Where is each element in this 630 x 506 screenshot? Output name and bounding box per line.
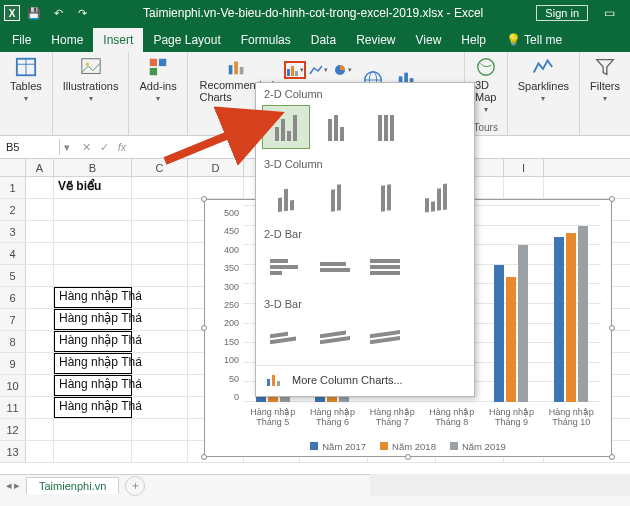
row-header[interactable]: 3 — [0, 221, 26, 242]
chart-2dcol-stacked[interactable] — [312, 105, 360, 149]
row-header[interactable]: 5 — [0, 265, 26, 286]
col-C[interactable]: C — [132, 159, 188, 176]
row-header[interactable]: 8 — [0, 331, 26, 352]
row-header[interactable]: 2 — [0, 199, 26, 220]
chart-3dcol-3d[interactable] — [412, 175, 460, 219]
name-box-dropdown-icon[interactable]: ▾ — [60, 141, 74, 154]
bar[interactable] — [518, 245, 528, 402]
bar-group[interactable] — [541, 208, 601, 402]
cell[interactable]: Hàng nhập Thá — [54, 375, 132, 396]
resize-handle[interactable] — [201, 325, 207, 331]
chart-3dcol-stacked[interactable] — [312, 175, 360, 219]
cell[interactable] — [54, 243, 132, 264]
tab-home[interactable]: Home — [41, 28, 93, 52]
cell[interactable] — [26, 177, 54, 198]
resize-handle[interactable] — [201, 196, 207, 202]
bar[interactable] — [506, 277, 516, 402]
cell[interactable] — [26, 309, 54, 330]
cell[interactable] — [132, 177, 188, 198]
bar[interactable] — [494, 265, 504, 402]
tab-view[interactable]: View — [406, 28, 452, 52]
chart-2dbar-stacked100[interactable] — [362, 245, 410, 289]
signin-button[interactable]: Sign in — [536, 5, 588, 21]
resize-handle[interactable] — [609, 325, 615, 331]
row-header[interactable]: 13 — [0, 441, 26, 462]
tab-insert[interactable]: Insert — [93, 28, 143, 52]
filters-button[interactable]: Filters▾ — [586, 55, 624, 104]
row-header[interactable]: 9 — [0, 353, 26, 374]
cell[interactable] — [132, 287, 188, 308]
tab-help[interactable]: Help — [451, 28, 496, 52]
legend-item[interactable]: Năm 2019 — [450, 441, 506, 452]
horizontal-scrollbar[interactable] — [370, 474, 630, 496]
cell[interactable] — [54, 441, 132, 462]
sheet-tab[interactable]: Taimienphi.vn — [26, 477, 119, 494]
col-B[interactable]: B — [54, 159, 132, 176]
cell[interactable] — [26, 265, 54, 286]
cell[interactable] — [54, 221, 132, 242]
cell[interactable]: Hàng nhập Thá — [54, 353, 132, 374]
resize-handle[interactable] — [609, 196, 615, 202]
cell[interactable]: Hàng nhập Thá — [54, 287, 132, 308]
cell[interactable] — [132, 243, 188, 264]
cell[interactable] — [132, 353, 188, 374]
cell[interactable] — [26, 397, 54, 418]
tab-tell-me[interactable]: 💡 Tell me — [496, 28, 572, 52]
illustrations-button[interactable]: Illustrations▾ — [59, 55, 123, 104]
sheet-nav-last-icon[interactable]: ▸ — [14, 479, 20, 492]
cell[interactable] — [132, 441, 188, 462]
cell[interactable] — [132, 265, 188, 286]
fx-icon[interactable]: fx — [114, 141, 130, 154]
cell[interactable] — [188, 177, 244, 198]
sparklines-button[interactable]: Sparklines▾ — [514, 55, 573, 104]
addins-button[interactable]: Add-ins▾ — [135, 55, 180, 104]
chart-2dcol-clustered[interactable] — [262, 105, 310, 149]
undo-icon[interactable]: ↶ — [48, 3, 68, 23]
cell[interactable] — [132, 221, 188, 242]
cell[interactable] — [132, 309, 188, 330]
chart-3dbar-stacked100[interactable] — [362, 315, 410, 359]
cell[interactable] — [54, 419, 132, 440]
tab-formulas[interactable]: Formulas — [231, 28, 301, 52]
cell[interactable] — [54, 265, 132, 286]
cell[interactable] — [504, 177, 544, 198]
col-I[interactable]: I — [504, 159, 544, 176]
tables-button[interactable]: Tables▾ — [6, 55, 46, 104]
insert-column-chart-button[interactable] — [284, 61, 306, 79]
row-header[interactable]: 10 — [0, 375, 26, 396]
enter-formula-icon[interactable]: ✓ — [96, 141, 112, 154]
new-sheet-button[interactable]: ＋ — [125, 476, 145, 496]
row-header[interactable]: 1 — [0, 177, 26, 198]
chart-2dbar-stacked[interactable] — [312, 245, 360, 289]
cell[interactable] — [26, 375, 54, 396]
cell[interactable] — [54, 199, 132, 220]
row-header[interactable]: 6 — [0, 287, 26, 308]
cell[interactable] — [26, 353, 54, 374]
ribbon-options-icon[interactable]: ▭ — [594, 0, 624, 26]
chart-3dbar-stacked[interactable] — [312, 315, 360, 359]
cell[interactable] — [26, 221, 54, 242]
cancel-formula-icon[interactable]: ✕ — [78, 141, 94, 154]
cell[interactable]: Hàng nhập Thá — [54, 397, 132, 418]
cell[interactable] — [132, 331, 188, 352]
resize-handle[interactable] — [609, 454, 615, 460]
row-header[interactable]: 12 — [0, 419, 26, 440]
row-header[interactable]: 4 — [0, 243, 26, 264]
sheet-nav-first-icon[interactable]: ◂ — [6, 479, 12, 492]
row-header[interactable]: 7 — [0, 309, 26, 330]
cell[interactable] — [132, 199, 188, 220]
bar[interactable] — [566, 233, 576, 402]
legend-item[interactable]: Năm 2018 — [380, 441, 436, 452]
chart-legend[interactable]: Năm 2017Năm 2018Năm 2019 — [205, 441, 611, 452]
insert-line-chart-button[interactable] — [308, 61, 330, 79]
insert-pie-chart-button[interactable] — [332, 61, 354, 79]
cell[interactable] — [26, 287, 54, 308]
cell[interactable] — [26, 199, 54, 220]
bar-group[interactable] — [482, 208, 542, 402]
cell[interactable]: Vẽ biểu — [54, 177, 132, 198]
cell[interactable] — [132, 375, 188, 396]
tab-page-layout[interactable]: Page Layout — [143, 28, 230, 52]
cell[interactable] — [26, 441, 54, 462]
row-header[interactable]: 11 — [0, 397, 26, 418]
cell[interactable] — [132, 397, 188, 418]
